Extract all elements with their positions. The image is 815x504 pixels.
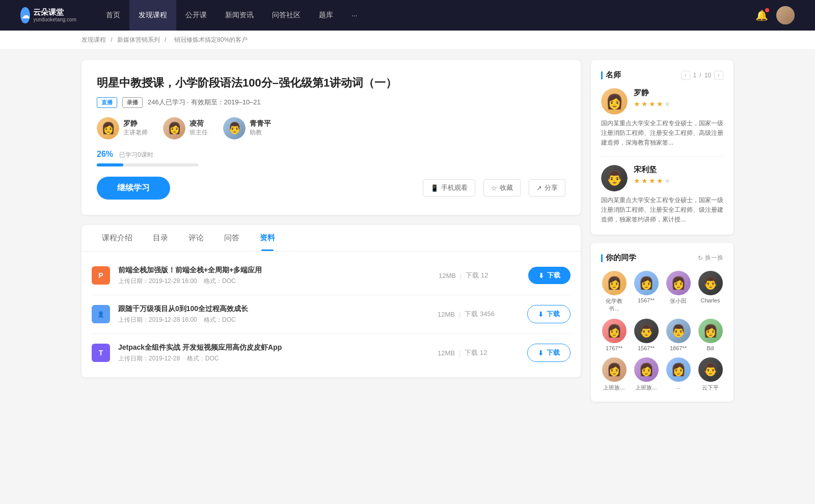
- logo: ☁ 云朵课堂 yunduoketang.com: [20, 6, 76, 24]
- classmate-avatar-4: 👨: [698, 271, 723, 295]
- share-icon: ↗: [536, 184, 542, 192]
- teacher-2: 👩 凌荷 班主任: [163, 117, 208, 139]
- breadcrumb: 发现课程 / 新媒体营销系列 / 销冠修炼术搞定80%的客户: [0, 31, 815, 50]
- teacher-avatar-2: 👩: [163, 117, 185, 139]
- tabs-header: 课程介绍 目录 评论 问答 资料: [82, 225, 581, 251]
- classmate-5[interactable]: 👩 1767**: [601, 319, 627, 351]
- classmate-name-9: 上班族...: [603, 384, 624, 391]
- teacher-avatar-3: 👨: [223, 117, 246, 139]
- teachers-total: 10: [704, 72, 711, 79]
- classmate-12[interactable]: 👨 云下平: [697, 357, 723, 391]
- classmate-9[interactable]: 👩 上班族...: [601, 357, 627, 391]
- classmate-name-7: 1867**: [670, 345, 687, 351]
- tab-intro[interactable]: 课程介绍: [92, 225, 143, 251]
- next-teacher-button[interactable]: ›: [714, 71, 723, 80]
- classmate-4[interactable]: 👨 Charles: [697, 271, 723, 313]
- tc-desc-1: 国内某重点大学安全工程专业硕士，国家一级注册消防工程师、注册安全工程师、高级注册…: [601, 119, 723, 148]
- nav-qa[interactable]: 问答社区: [263, 0, 310, 31]
- resource-icon-3: T: [92, 344, 110, 362]
- classmate-avatar-8: 👩: [698, 319, 723, 343]
- teacher-card-1: 👩 罗静 ★ ★ ★ ★ ★ 国内某重点大学安全工程专业硕士，国家一级注册消防工…: [601, 88, 723, 148]
- refresh-icon: ↻: [698, 255, 703, 262]
- mobile-icon: 📱: [430, 184, 439, 192]
- bell-button[interactable]: 🔔: [755, 9, 768, 21]
- classmate-avatar-7: 👨: [666, 319, 691, 343]
- nav-exam[interactable]: 题库: [310, 0, 342, 31]
- teacher-card-2: 👨 宋利坚 ★ ★ ★ ★ ★ 国内某重点大学安全工程专业硕士，国家一级注册消防…: [601, 165, 723, 225]
- badge-live: 直播: [97, 97, 117, 108]
- collect-button[interactable]: ☆ 收藏: [483, 179, 521, 197]
- teacher-divider: [601, 156, 723, 157]
- classmate-avatar-3: 👩: [666, 271, 691, 295]
- teachers-panel: 名师 ‹ 1 / 10 › 👩 罗静: [591, 60, 734, 235]
- course-meta: 直播 录播 246人已学习 · 有效期至：2019–10–21: [97, 97, 565, 108]
- teacher-name-1: 罗静: [123, 119, 148, 128]
- classmate-name-11: ...: [676, 384, 681, 390]
- classmate-avatar-11: 👩: [666, 357, 691, 382]
- teacher-avatar-1: 👩: [97, 117, 119, 139]
- classmate-2[interactable]: 👩 1567**: [633, 271, 659, 313]
- download-button-3[interactable]: ⬇ 下载: [527, 344, 570, 362]
- share-button[interactable]: ↗ 分享: [529, 179, 565, 197]
- teacher-name-3: 青青平: [250, 119, 271, 128]
- resource-stats-2: 12MB | 下载 3456: [438, 310, 519, 319]
- course-meta-text: 246人已学习 · 有效期至：2019–10–21: [148, 98, 261, 107]
- teacher-role-2: 班主任: [189, 128, 208, 137]
- download-button-1[interactable]: ⬇ 下载: [528, 267, 570, 284]
- teachers-row: 👩 罗静 主讲老师 👩 凌荷 班主任: [97, 117, 565, 139]
- logo-area[interactable]: ☁ 云朵课堂 yunduoketang.com: [20, 6, 76, 24]
- tab-catalog[interactable]: 目录: [143, 225, 178, 251]
- breadcrumb-discover[interactable]: 发现课程: [82, 36, 106, 43]
- classmates-panel-title: 你的同学: [601, 253, 636, 263]
- teacher-3: 👨 青青平 助教: [223, 117, 271, 139]
- teacher-role-1: 主讲老师: [123, 128, 148, 137]
- action-row: 继续学习 📱 手机观看 ☆ 收藏 ↗ 分享: [97, 177, 565, 200]
- teacher-1: 👩 罗静 主讲老师: [97, 117, 148, 139]
- download-icon-2: ⬇: [538, 311, 544, 318]
- mobile-watch-button[interactable]: 📱 手机观看: [423, 179, 475, 197]
- tab-qa[interactable]: 问答: [214, 225, 250, 251]
- classmate-7[interactable]: 👨 1867**: [665, 319, 691, 351]
- nav-home[interactable]: 首页: [97, 0, 129, 31]
- course-title: 明星中教授课，小学阶段语法100分–强化级第1讲动词（一）: [97, 75, 565, 91]
- prev-teacher-button[interactable]: ‹: [681, 71, 690, 80]
- teachers-panel-title: 名师: [601, 70, 621, 80]
- classmate-name-8: Bill: [707, 345, 714, 351]
- download-button-2[interactable]: ⬇ 下载: [527, 305, 570, 323]
- classmate-11[interactable]: 👩 ...: [665, 357, 691, 391]
- tc-name-1: 罗静: [634, 88, 671, 98]
- tab-comment[interactable]: 评论: [178, 225, 214, 251]
- resource-icon-2: 👤: [92, 305, 110, 323]
- classmate-1[interactable]: 👩 化学教书...: [601, 271, 627, 313]
- navbar: ☁ 云朵课堂 yunduoketang.com 首页 发现课程 公开课 新闻资讯…: [0, 0, 815, 31]
- refresh-button[interactable]: ↻ 换一换: [698, 254, 723, 262]
- nav-discover[interactable]: 发现课程: [129, 0, 176, 31]
- avatar-placeholder: [776, 6, 795, 24]
- resource-icon-person: 👤: [97, 311, 104, 318]
- classmate-3[interactable]: 👩 张小田: [665, 271, 691, 313]
- resource-name-2: 跟随千万级项目从0到100全过程高效成长: [118, 304, 429, 314]
- teacher-role-3: 助教: [250, 128, 271, 137]
- tab-resource[interactable]: 资料: [250, 225, 285, 251]
- resource-name-3: Jetpack全组件实战 开发短视频应用高仿皮皮虾App: [118, 343, 429, 352]
- classmate-name-1: 化学教书...: [601, 297, 627, 313]
- nav-open[interactable]: 公开课: [176, 0, 216, 31]
- main-content: 明星中教授课，小学阶段语法100分–强化级第1讲动词（一） 直播 录播 246人…: [0, 50, 815, 420]
- classmate-10[interactable]: 👩 上班族...: [633, 357, 659, 391]
- nav-right: 🔔: [755, 6, 795, 24]
- user-avatar[interactable]: [776, 6, 795, 24]
- star-icon: ☆: [491, 184, 497, 192]
- breadcrumb-series[interactable]: 新媒体营销系列: [117, 36, 160, 43]
- breadcrumb-current: 销冠修炼术搞定80%的客户: [174, 36, 248, 43]
- nav-news[interactable]: 新闻资讯: [216, 0, 263, 31]
- nav-more[interactable]: ···: [342, 0, 367, 31]
- action-buttons: 📱 手机观看 ☆ 收藏 ↗ 分享: [423, 179, 565, 197]
- classmate-8[interactable]: 👩 Bill: [697, 319, 723, 351]
- tc-desc-2: 国内某重点大学安全工程专业硕士，国家一级注册消防工程师、注册安全工程师、级注册建…: [601, 195, 723, 225]
- classmates-panel-header: 你的同学 ↻ 换一换: [601, 253, 723, 263]
- continue-button[interactable]: 继续学习: [97, 177, 170, 200]
- classmates-grid: 👩 化学教书... 👩 1567** 👩 张小田 👨 Charles: [601, 271, 723, 391]
- teachers-panel-header: 名师 ‹ 1 / 10 ›: [601, 70, 723, 80]
- classmate-6[interactable]: 👨 1567**: [633, 319, 659, 351]
- resource-icon-1: P: [92, 266, 110, 285]
